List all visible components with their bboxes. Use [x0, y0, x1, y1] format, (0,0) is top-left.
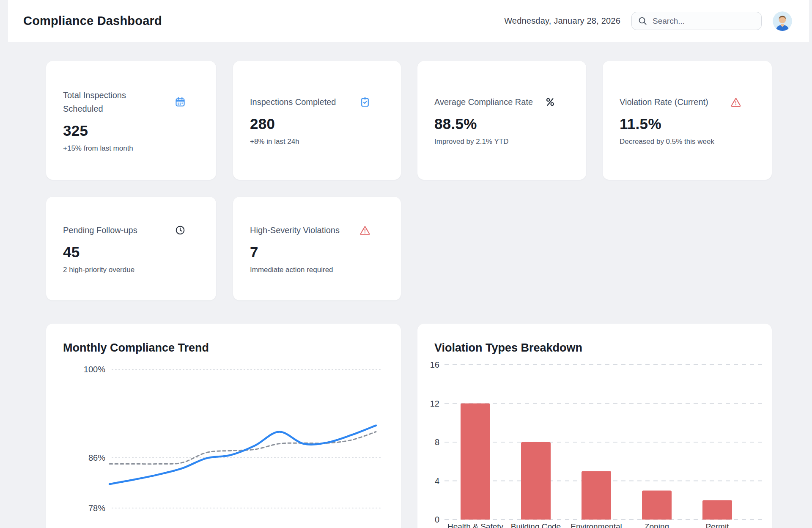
svg-text:78%: 78% — [88, 503, 105, 513]
svg-text:16: 16 — [430, 360, 439, 369]
svg-text:100%: 100% — [84, 365, 105, 374]
svg-text:0: 0 — [435, 515, 439, 524]
svg-text:8: 8 — [435, 437, 439, 447]
warning-triangle-icon — [359, 225, 370, 236]
svg-text:Permit: Permit — [706, 522, 730, 528]
kpi-card-violation-rate: Violation Rate (Current) 11.5% Decreased… — [603, 61, 772, 180]
kpi-subtitle: Decreased by 0.5% this week — [620, 138, 741, 146]
bar-chart-card: Violation Types Breakdown 0481216Health … — [417, 324, 772, 528]
kpi-card-inspections-completed: Inspections Completed 280 +8% in last 24… — [233, 61, 401, 180]
page-title: Compliance Dashboard — [23, 14, 162, 28]
kpi-title: Violation Rate (Current) — [620, 95, 708, 109]
kpi-card-high-severity-violations: High-Severity Violations 7 Immediate act… — [233, 197, 401, 300]
line-chart-title: Monthly Compliance Trend — [63, 341, 209, 355]
kpi-value: 325 — [63, 122, 186, 139]
kpi-value: 280 — [250, 116, 370, 132]
kpi-card-pending-follow-ups: Pending Follow-ups 45 2 high-priority ov… — [46, 197, 216, 300]
clipboard-check-icon — [359, 96, 370, 107]
svg-text:Zoning: Zoning — [645, 522, 669, 528]
warning-triangle-icon — [730, 96, 741, 107]
user-avatar[interactable] — [773, 11, 792, 31]
search-box[interactable] — [631, 12, 762, 30]
kpi-title: Total Inspections Scheduled — [63, 88, 164, 116]
kpi-title: Average Compliance Rate — [434, 95, 533, 109]
svg-text:Environmental: Environmental — [571, 522, 622, 528]
kpi-value: 88.5% — [434, 116, 556, 132]
kpi-card-total-inspections-scheduled: Total Inspections Scheduled 325 +15% fro… — [46, 61, 216, 180]
kpi-value: 11.5% — [620, 116, 741, 132]
bar-chart-title: Violation Types Breakdown — [434, 341, 582, 355]
kpi-subtitle: +15% from last month — [63, 144, 186, 153]
svg-text:12: 12 — [430, 399, 439, 408]
date-label: Wednesday, January 28, 2026 — [504, 16, 620, 26]
search-input[interactable] — [652, 16, 755, 26]
search-icon — [638, 16, 647, 26]
kpi-title: Pending Follow-ups — [63, 223, 137, 237]
percent-icon — [545, 96, 556, 107]
header-right: Wednesday, January 28, 2026 — [504, 11, 792, 31]
kpi-value: 7 — [250, 244, 370, 261]
kpi-subtitle: Immediate action required — [250, 266, 370, 274]
line-chart-card: Monthly Compliance Trend 100%86%78% — [46, 324, 401, 528]
kpi-card-average-compliance-rate: Average Compliance Rate 88.5% Improved b… — [417, 61, 586, 180]
kpi-title: High-Severity Violations — [250, 223, 340, 237]
svg-text:86%: 86% — [88, 453, 105, 462]
calendar-icon — [175, 96, 186, 107]
svg-text:4: 4 — [435, 476, 439, 486]
kpi-title: Inspections Completed — [250, 95, 336, 109]
kpi-value: 45 — [63, 244, 186, 261]
header: Compliance Dashboard Wednesday, January … — [8, 0, 809, 42]
kpi-subtitle: Improved by 2.1% YTD — [434, 138, 556, 146]
clock-icon — [175, 225, 186, 236]
kpi-subtitle: +8% in last 24h — [250, 138, 370, 146]
kpi-subtitle: 2 high-priority overdue — [63, 266, 186, 274]
svg-text:Health & Safety: Health & Safety — [447, 522, 504, 528]
svg-text:Building Code: Building Code — [511, 522, 561, 528]
